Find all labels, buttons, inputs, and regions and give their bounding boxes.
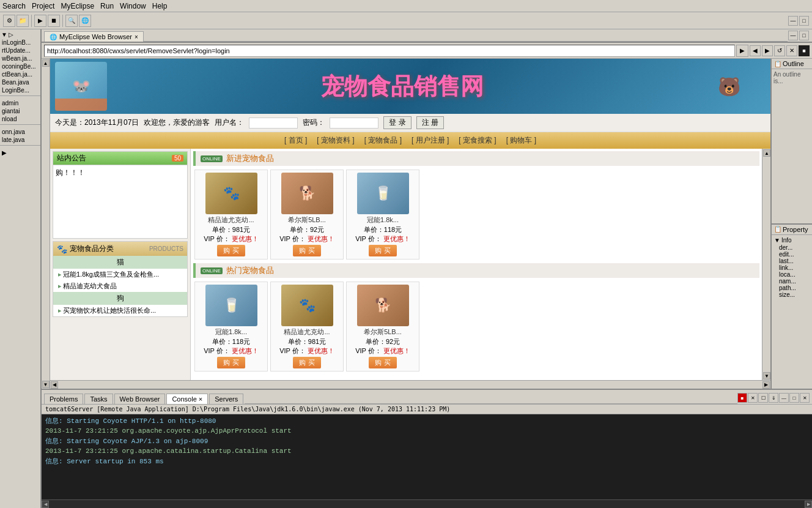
tab-minimize-icon[interactable]: — — [788, 31, 798, 40]
property-child-0[interactable]: der... — [773, 244, 811, 251]
console-title-bar: tomcat6Server [Remote Java Application] … — [42, 405, 812, 414]
buy-btn-hot-1[interactable]: 购 买 — [217, 357, 245, 368]
console-stop-icon[interactable]: ■ — [737, 393, 747, 403]
property-child-3[interactable]: link... — [773, 264, 811, 271]
toolbar-btn-5[interactable]: 🔍 — [65, 15, 78, 27]
tab-servers[interactable]: Servers — [209, 394, 243, 404]
tab-tasks[interactable]: Tasks — [84, 394, 113, 404]
login-button[interactable]: 登 录 — [383, 116, 411, 129]
console-disconnect-icon[interactable]: ✕ — [748, 393, 758, 403]
left-panel-item-6[interactable]: Bean.java — [0, 78, 40, 86]
announcement-content: 购！！！ — [53, 165, 187, 238]
buy-btn-new-3[interactable]: 购 买 — [369, 245, 396, 256]
tab-console[interactable]: Console × — [166, 394, 208, 404]
hot-product-image-1: 🥛 — [205, 285, 257, 326]
product-price-1: 单价：981元 — [197, 225, 265, 234]
browser-refresh-icon[interactable]: ↺ — [774, 45, 785, 56]
property-root-node[interactable]: ▼ Info — [773, 236, 811, 244]
left-panel-giantai[interactable]: giantai — [0, 107, 40, 115]
property-child-7[interactable]: size... — [773, 291, 811, 298]
product-name-1: 精品迪尤克幼... — [197, 215, 265, 225]
buy-btn-new-1[interactable]: 购 买 — [217, 245, 245, 256]
address-go-btn[interactable]: ▶ — [736, 45, 748, 57]
bottom-tab-spacer — [245, 389, 737, 404]
nav-register[interactable]: [ 用户注册 ] — [412, 135, 449, 146]
left-panel-nload[interactable]: nload — [0, 115, 40, 123]
dog-item-1[interactable]: ▸ 买宠物饮水机让她快活很长命... — [53, 305, 187, 316]
left-panel-item-2[interactable]: rtUpdate... — [0, 47, 40, 54]
menu-search[interactable]: Search — [2, 2, 26, 10]
site-title: 宠物食品销售网 — [112, 71, 692, 102]
menu-window[interactable]: Window — [120, 2, 146, 10]
left-panel-expand-arrow[interactable]: ▶ — [0, 149, 40, 157]
left-panel-late[interactable]: late.java — [0, 136, 40, 144]
browser-tab[interactable]: 🌐 MyEclipse Web Browser × — [44, 31, 144, 42]
outline-section: 📋 Outline An outline is... — [772, 59, 812, 225]
left-panel-item-1[interactable]: inLoginB... — [0, 39, 40, 47]
cat-item-1[interactable]: ▸ 冠能1.8kg成猫三文鱼及金枪鱼... — [53, 269, 187, 280]
property-child-2[interactable]: last... — [773, 258, 811, 264]
buy-btn-new-2[interactable]: 购 买 — [293, 245, 320, 256]
tab-close-icon[interactable]: × — [135, 34, 138, 40]
property-child-6[interactable]: path... — [773, 285, 811, 291]
browser-stop-icon[interactable]: ✕ — [786, 45, 797, 56]
property-child-4[interactable]: loca... — [773, 271, 811, 278]
nav-search[interactable]: [ 宠食搜索 ] — [459, 135, 496, 146]
hot-products-section: ONLINE 热门宠物食品 🥛 冠能1.8k... 单价：118元 — [193, 263, 759, 373]
left-panel-item-3[interactable]: wBean.ja... — [0, 54, 40, 62]
vertical-scrollbar[interactable]: ▲ ▼ — [42, 59, 50, 389]
tab-web-browser[interactable]: Web Browser — [114, 394, 166, 404]
browser-back-icon[interactable]: ◀ — [750, 45, 761, 56]
web-vertical-scroll[interactable]: ▲ ▼ — [762, 149, 770, 380]
nav-info[interactable]: [ 宠物资料 ] — [317, 135, 354, 146]
property-info-label: Info — [781, 237, 792, 244]
tab-spacer — [144, 29, 788, 42]
console-scroll-lock-icon[interactable]: ⇓ — [769, 393, 778, 403]
username-input[interactable] — [249, 118, 298, 129]
announcement-count: 50 — [172, 155, 183, 162]
menu-myeclipse[interactable]: MyEclipse — [61, 2, 94, 10]
browser-tab-bar: 🌐 MyEclipse Web Browser × — □ — [42, 29, 812, 43]
toolbar-btn-1[interactable]: ⚙ — [3, 15, 15, 27]
buy-btn-hot-2[interactable]: 购 买 — [293, 357, 320, 368]
web-horizontal-scroll[interactable]: ◀ ▶ — [50, 380, 770, 389]
address-input[interactable] — [44, 45, 735, 57]
toolbar-btn-3[interactable]: ▶ — [34, 15, 46, 27]
property-child-5[interactable]: nam... — [773, 278, 811, 285]
property-title: Property — [783, 226, 808, 233]
left-panel-collapse-icon[interactable]: ▼ — [1, 31, 7, 38]
console-maximize-icon[interactable]: □ — [789, 393, 799, 403]
tab-problems[interactable]: Problems — [44, 394, 83, 404]
menu-help[interactable]: Help — [152, 2, 168, 10]
left-panel-item-4[interactable]: oconingBe... — [0, 62, 40, 70]
left-panel-item-7[interactable]: LoginBe... — [0, 86, 40, 94]
browser-forward-icon[interactable]: ▶ — [762, 45, 773, 56]
nav-food[interactable]: [ 宠物食品 ] — [364, 135, 402, 146]
hot-product-3: 🐕 希尔斯5LB... 单价：92元 VIP 价： 更优惠！ 购 买 — [346, 282, 419, 372]
nav-cart[interactable]: [ 购物车 ] — [506, 135, 536, 146]
buy-btn-hot-3[interactable]: 购 买 — [369, 357, 396, 368]
password-input[interactable] — [330, 118, 378, 129]
cat-item-2[interactable]: ▸ 精品迪克幼犬食品 — [53, 280, 187, 292]
left-panel-onn[interactable]: onn.java — [0, 128, 40, 136]
console-minimize-icon[interactable]: — — [779, 393, 789, 403]
toolbar-btn-4[interactable]: ⏹ — [48, 15, 60, 27]
toolbar-btn-6[interactable]: 🌐 — [79, 15, 91, 27]
left-panel-item-5[interactable]: ctBean.ja... — [0, 70, 40, 78]
left-panel-admin[interactable]: admin — [0, 99, 40, 107]
left-panel-expand-icon[interactable]: ▷ — [9, 31, 13, 38]
toolbar-minimize-icon[interactable]: — — [788, 16, 798, 26]
console-h-scroll[interactable]: ◀ ▶ — [42, 499, 812, 508]
property-child-1[interactable]: edit... — [773, 251, 811, 258]
outline-folder-icon: 📋 — [774, 61, 781, 67]
browser-fav-icon[interactable]: ■ — [799, 45, 810, 56]
menu-run[interactable]: Run — [100, 2, 114, 10]
toolbar-btn-2[interactable]: 📁 — [17, 15, 29, 27]
console-clear-icon[interactable]: ☐ — [758, 393, 768, 403]
console-close-icon[interactable]: ✕ — [800, 393, 810, 403]
toolbar-maximize-icon[interactable]: □ — [799, 16, 809, 26]
register-button[interactable]: 注 册 — [416, 116, 444, 129]
nav-home[interactable]: [ 首页 ] — [284, 135, 307, 146]
tab-maximize-icon[interactable]: □ — [799, 31, 809, 40]
menu-project[interactable]: Project — [32, 2, 54, 10]
